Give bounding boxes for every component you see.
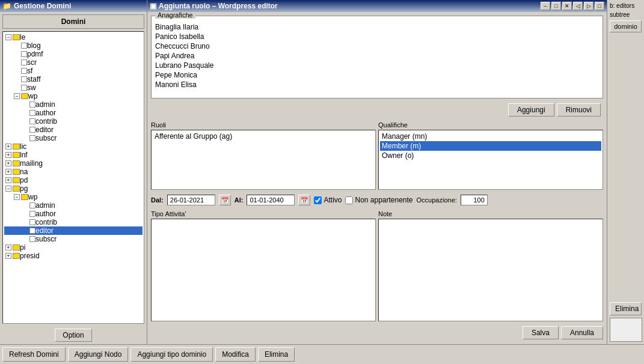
anagrafiche-section: Anagrafiche Binaglia IlariaPanico Isabel… xyxy=(151,16,603,99)
tree-label-sw: sw xyxy=(27,83,36,92)
tree-item-admin2[interactable]: admin xyxy=(4,201,143,210)
non-appartenente-label[interactable]: Non appartenente xyxy=(345,196,412,204)
tree-toggle-le[interactable]: − xyxy=(5,34,11,40)
tipo-attivita-input[interactable] xyxy=(151,219,376,321)
aggiungi-button[interactable]: Aggiungi xyxy=(508,103,554,117)
far-right-btn1[interactable]: dominio xyxy=(610,20,642,32)
left-panel-title-text: Gestione Domini xyxy=(14,2,71,10)
tree-label-pi: pi xyxy=(20,243,25,252)
tree-item-pd[interactable]: + pd xyxy=(4,176,143,184)
tree-toggle-lic[interactable]: + xyxy=(5,144,11,150)
qualifiche-item-0[interactable]: Manager (mn) xyxy=(380,132,601,141)
anagrafiche-list[interactable]: Binaglia IlariaPanico IsabellaCheccucci … xyxy=(152,20,603,98)
extra-button[interactable]: □ xyxy=(595,2,604,10)
tree-item-editor2[interactable]: editor xyxy=(4,226,143,235)
leaf-icon-author2 xyxy=(29,211,35,217)
occupazione-input[interactable] xyxy=(461,195,488,205)
tree-item-pi[interactable]: + pi xyxy=(4,243,143,252)
leaf-icon-editor1 xyxy=(29,127,35,133)
tree-item-wp2[interactable]: − wp xyxy=(4,193,143,201)
prev-button[interactable]: ◁ xyxy=(573,2,583,10)
tree-item-admin1[interactable]: admin xyxy=(4,100,143,109)
tree-toggle-na[interactable]: + xyxy=(5,169,11,175)
tree-toggle-lnf[interactable]: + xyxy=(5,152,11,158)
attivo-label[interactable]: Attivo xyxy=(314,196,342,204)
annulla-button[interactable]: Annulla xyxy=(561,326,603,339)
leaf-icon-subscr1 xyxy=(29,135,35,141)
dal-label: Dal: xyxy=(151,196,164,204)
tree-item-author1[interactable]: author xyxy=(4,109,143,117)
anagrafiche-item-4[interactable]: Lubrano Pasquale xyxy=(154,61,600,70)
elimina-button[interactable]: Elimina xyxy=(258,347,295,362)
tree-toggle-pg[interactable]: − xyxy=(5,186,11,192)
tree-item-staff[interactable]: staff xyxy=(4,75,143,83)
minimize-button[interactable]: – xyxy=(541,2,550,10)
qualifiche-item-1[interactable]: Member (m) xyxy=(380,141,601,151)
option-button[interactable]: Option xyxy=(55,329,91,342)
aggiungi-nodo-button[interactable]: Aggiungi Nodo xyxy=(68,347,129,362)
tree-label-pg: pg xyxy=(20,184,28,193)
tree-item-editor1[interactable]: editor xyxy=(4,126,143,134)
al-calendar-button[interactable]: 📅 xyxy=(298,195,310,205)
leaf-icon-contrib2 xyxy=(29,219,35,225)
anagrafiche-item-1[interactable]: Panico Isabella xyxy=(154,32,600,41)
tree-item-le[interactable]: − le xyxy=(4,33,143,41)
anagrafiche-item-6[interactable]: Manoni Elisa xyxy=(154,80,600,89)
tree-item-pg[interactable]: − pg xyxy=(4,184,143,193)
folder-icon-le xyxy=(13,34,20,40)
tree-item-lnf[interactable]: + lnf xyxy=(4,151,143,159)
ruoli-item-0[interactable]: Afferente al Gruppo (ag) xyxy=(153,132,374,141)
tree-item-sw[interactable]: sw xyxy=(4,83,143,92)
tree-item-subscr2[interactable]: subscr xyxy=(4,235,143,243)
dal-calendar-button[interactable]: 📅 xyxy=(219,195,231,205)
tree-item-na[interactable]: + na xyxy=(4,168,143,176)
non-appartenente-text: Non appartenente xyxy=(355,196,412,204)
next-button[interactable]: ▷ xyxy=(584,2,593,10)
elimina-far-right-button[interactable]: Elimina xyxy=(610,302,642,315)
maximize-button[interactable]: □ xyxy=(551,2,561,10)
tree-label-na: na xyxy=(20,168,28,176)
qualifiche-item-2[interactable]: Owner (o) xyxy=(380,151,601,160)
leaf-icon-author1 xyxy=(29,110,35,116)
tree-label-staff: staff xyxy=(27,75,40,83)
aggiungi-tipo-dominio-button[interactable]: Aggiungi tipo dominio xyxy=(130,347,213,362)
tree-item-contrib2[interactable]: contrib xyxy=(4,218,143,226)
refresh-domini-button[interactable]: Refresh Domini xyxy=(2,347,66,362)
tree-toggle-pd[interactable]: + xyxy=(5,177,11,183)
tree-item-lic[interactable]: + lic xyxy=(4,142,143,151)
leaf-icon-blog xyxy=(21,43,27,49)
attivo-checkbox[interactable] xyxy=(314,196,322,204)
tree-item-contrib1[interactable]: contrib xyxy=(4,117,143,126)
rimuovi-button[interactable]: Rimuovi xyxy=(557,103,601,117)
tree-toggle-mailing[interactable]: + xyxy=(5,160,11,166)
tree-area[interactable]: − le blog pdmf scr sf staff sw− wp admin… xyxy=(2,31,144,324)
tree-item-blog[interactable]: blog xyxy=(4,41,143,50)
ruoli-list[interactable]: Afferente al Gruppo (ag) xyxy=(151,130,376,190)
non-appartenente-checkbox[interactable] xyxy=(345,196,353,204)
note-input[interactable] xyxy=(378,219,603,321)
tree-item-subscr1[interactable]: subscr xyxy=(4,134,143,142)
tree-item-scr[interactable]: scr xyxy=(4,58,143,67)
close-button[interactable]: ✕ xyxy=(562,2,572,10)
tree-toggle-presid[interactable]: + xyxy=(5,253,11,259)
anagrafiche-item-3[interactable]: Papi Andrea xyxy=(154,51,600,61)
anagrafiche-item-5[interactable]: Pepe Monica xyxy=(154,70,600,80)
tree-toggle-wp[interactable]: − xyxy=(14,93,20,99)
tree-item-pdmf[interactable]: pdmf xyxy=(4,50,143,58)
modifica-button[interactable]: Modifica xyxy=(215,347,256,362)
tree-item-mailing[interactable]: + mailing xyxy=(4,159,143,168)
dal-input[interactable] xyxy=(167,195,215,205)
bottom-toolbar: Refresh Domini Aggiungi Nodo Aggiungi ti… xyxy=(0,344,644,364)
anagrafiche-item-2[interactable]: Checcucci Bruno xyxy=(154,41,600,51)
al-input[interactable] xyxy=(247,195,295,205)
salva-button[interactable]: Salva xyxy=(523,326,559,339)
tree-item-presid[interactable]: + presid xyxy=(4,252,143,260)
tree-item-sf[interactable]: sf xyxy=(4,67,143,75)
tree-item-author2[interactable]: author xyxy=(4,210,143,218)
anagrafiche-item-0[interactable]: Binaglia Ilaria xyxy=(154,22,600,32)
tree-toggle-wp2[interactable]: − xyxy=(14,194,20,200)
tree-item-wp[interactable]: − wp xyxy=(4,92,143,100)
occupazione-label: Occupazione: xyxy=(417,196,457,204)
tree-toggle-pi[interactable]: + xyxy=(5,244,11,250)
qualifiche-list[interactable]: Manager (mn)Member (m)Owner (o) xyxy=(378,130,603,190)
